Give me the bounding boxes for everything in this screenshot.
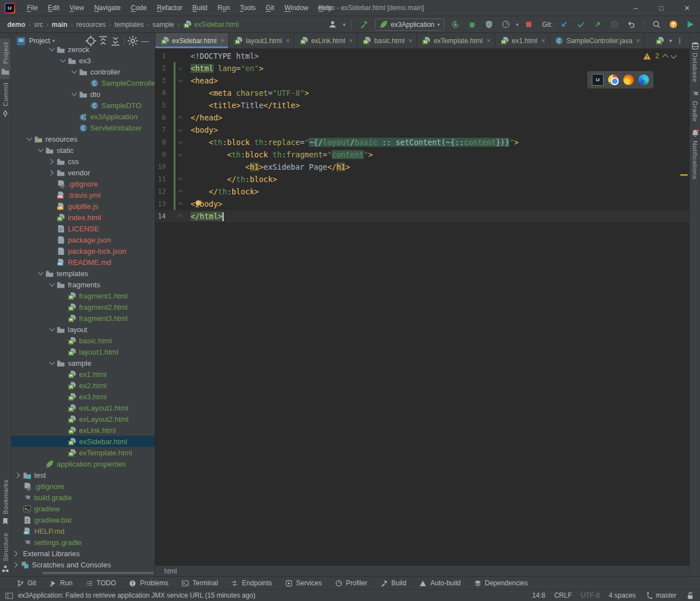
breadcrumb-item-templates[interactable]: templates	[113, 20, 145, 30]
tool-window-toggle-icon[interactable]	[4, 591, 13, 600]
tree-item-ex3.html[interactable]: Hex3.html	[11, 391, 155, 402]
menu-refactor[interactable]: Refactor	[152, 0, 187, 16]
breadcrumb-item-demo[interactable]: demo	[6, 20, 27, 30]
fold-start-icon[interactable]	[177, 138, 184, 147]
tree-item-SampleController[interactable]: CSampleController	[11, 77, 155, 88]
breadcrumb-file[interactable]: HexSidebar.html	[181, 19, 240, 30]
code-line-13[interactable]: 13</body>	[155, 198, 689, 210]
tool-stripe-notifications[interactable]: Notifications	[690, 125, 700, 183]
menu-window[interactable]: Window	[279, 0, 313, 16]
chevron-down-icon[interactable]: ▾	[669, 38, 672, 44]
close-icon[interactable]: ×	[636, 37, 640, 45]
breadcrumb-html-tag[interactable]: html	[164, 567, 177, 575]
toolwindow-auto-build[interactable]: Auto-build	[419, 579, 461, 588]
git-branch-widget[interactable]: master	[645, 591, 676, 600]
tool-stripe-gradle[interactable]: Gradle	[690, 86, 700, 125]
tool-stripe-database[interactable]: Database	[690, 38, 700, 86]
tool-stripe-structure[interactable]: Structure	[0, 529, 11, 576]
code-line-7[interactable]: 7<body>	[155, 124, 689, 136]
tree-item-layout1.html[interactable]: Hlayout1.html	[11, 346, 155, 357]
profiler-button[interactable]	[499, 18, 513, 31]
code-line-4[interactable]: 4 <meta charset="UTF-8">	[155, 87, 689, 99]
menu-view[interactable]: View	[64, 0, 89, 16]
tree-item-exLink.html[interactable]: HexLink.html	[11, 425, 155, 436]
fold-end-icon[interactable]	[177, 212, 184, 221]
tree-item-exLayout1.html[interactable]: HexLayout1.html	[11, 402, 155, 413]
fold-end-icon[interactable]	[177, 175, 184, 184]
tree-item-exLayout2.html[interactable]: HexLayout2.html	[11, 413, 155, 425]
toolwindow-dependencies[interactable]: Dependencies	[473, 579, 528, 588]
tool-stripe-commit[interactable]: Commit	[0, 79, 11, 122]
tree-toggle-icon[interactable]	[47, 45, 56, 54]
tree-item-settings.gradle[interactable]: settings.gradle	[11, 537, 155, 548]
tab-layout1.html[interactable]: Hlayout1.html×	[229, 33, 294, 48]
tree-item-exTemplate.html[interactable]: HexTemplate.html	[11, 447, 155, 458]
close-icon[interactable]: ×	[541, 37, 545, 45]
search-everywhere-button[interactable]	[650, 18, 663, 31]
menu-build[interactable]: Build	[187, 0, 212, 16]
intellij-preview-icon[interactable]: IJ	[592, 74, 604, 86]
code-line-12[interactable]: 12 </th:block>	[155, 185, 689, 198]
inspections-widget[interactable]: 2	[642, 52, 676, 60]
tree-item-LICENSE[interactable]: LICENSE	[11, 223, 155, 234]
tree-item-resources[interactable]: resources	[11, 133, 155, 145]
debug-button[interactable]	[466, 18, 479, 31]
tool-stripe-bookmarks[interactable]: Bookmarks	[0, 476, 11, 529]
menu-navigate[interactable]: Navigate	[89, 0, 126, 16]
breadcrumb-item-src[interactable]: src	[33, 20, 45, 30]
toolwindow-endpoints[interactable]: Endpoints	[230, 579, 272, 588]
tree-toggle-icon[interactable]	[47, 168, 56, 177]
code-line-14[interactable]: 14</html>	[155, 210, 689, 222]
tree-item-package-lock.json[interactable]: {..}package-lock.json	[11, 245, 155, 257]
next-problem-icon[interactable]	[670, 52, 676, 58]
tree-item-vendor[interactable]: vendor	[11, 167, 155, 178]
tree-toggle-icon[interactable]	[58, 56, 67, 65]
tree-item-README.md[interactable]: MDREADME.md	[11, 257, 155, 268]
tree-item-ex3Application[interactable]: Cex3Application	[11, 111, 155, 122]
menu-git[interactable]: Git	[261, 0, 279, 16]
tree-item-fragment2.html[interactable]: Hfragment2.html	[11, 301, 155, 313]
caret-position[interactable]: 14:8	[532, 591, 545, 599]
profile-button[interactable]	[326, 18, 340, 31]
tree-item-ex3[interactable]: ex3	[11, 55, 155, 66]
menu-tools[interactable]: Tools	[235, 0, 261, 16]
tree-item-static[interactable]: static	[11, 145, 155, 156]
maximize-button[interactable]: □	[648, 0, 674, 16]
tree-item-Scratches-and-Consoles[interactable]: Scratches and Consoles	[11, 559, 155, 570]
tree-item-HELP.md[interactable]: MDHELP.md	[11, 525, 155, 537]
tree-toggle-icon[interactable]	[25, 134, 34, 143]
close-icon[interactable]: ×	[486, 37, 490, 45]
firefox-icon[interactable]	[623, 74, 634, 85]
code-line-8[interactable]: 8 <th:block th:replace="~{/layout/basic …	[155, 136, 689, 148]
horizontal-scrollbar[interactable]	[42, 572, 154, 574]
run-with-coverage-button[interactable]	[483, 18, 496, 31]
tree-item-basic.html[interactable]: Hbasic.html	[11, 335, 155, 346]
editor-breadcrumb[interactable]: html	[155, 565, 689, 576]
close-button[interactable]: ✕	[674, 0, 700, 16]
tree-item-.gitignore[interactable]: .gitignore	[11, 481, 155, 492]
close-icon[interactable]: ×	[349, 37, 353, 45]
code-line-6[interactable]: 6</head>	[155, 111, 689, 124]
commit-button[interactable]	[574, 18, 587, 31]
line-ending[interactable]: CRLF	[554, 591, 572, 599]
menu-file[interactable]: File	[22, 0, 43, 16]
edge-icon[interactable]	[638, 74, 649, 85]
code-line-9[interactable]: 9 <th:block th:fragment="content">	[155, 148, 689, 161]
prev-problem-icon[interactable]	[662, 54, 668, 60]
tree-item-css[interactable]: css	[11, 156, 155, 167]
fold-start-icon[interactable]	[177, 64, 184, 73]
tab-exLink.html[interactable]: HexLink.html×	[294, 33, 358, 48]
tree-toggle-icon[interactable]	[47, 157, 56, 166]
tab-SampleController.java[interactable]: CSampleController.java×	[550, 33, 645, 48]
history-button[interactable]	[608, 18, 621, 31]
warning-stripe-mark[interactable]	[680, 174, 688, 176]
update-project-button[interactable]	[557, 18, 571, 31]
close-icon[interactable]: ×	[409, 37, 412, 45]
indent-setting[interactable]: 4 spaces	[609, 591, 636, 599]
tree-toggle-icon[interactable]	[69, 90, 78, 99]
tree-toggle-icon[interactable]	[11, 549, 20, 558]
tab-exSidebar.html[interactable]: HexSidebar.html×	[155, 33, 229, 48]
breadcrumb-item-sample[interactable]: sample	[151, 20, 176, 30]
rerun-button[interactable]	[449, 18, 462, 31]
menu-code[interactable]: Code	[126, 0, 152, 16]
